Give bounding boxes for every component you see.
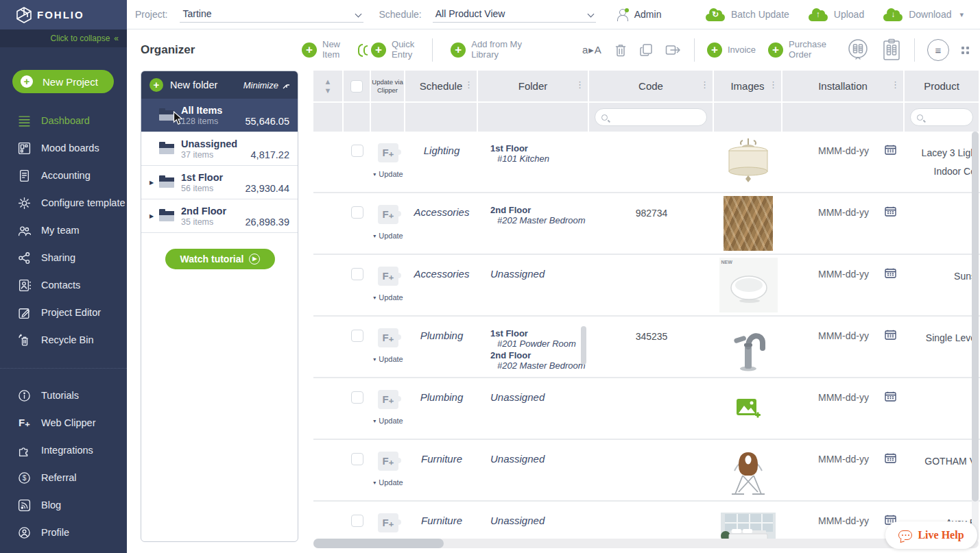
invoice-button[interactable]: + Invoice: [707, 42, 756, 58]
code-cell[interactable]: 982734: [589, 193, 714, 254]
code-search-field[interactable]: [595, 108, 707, 126]
sidebar-item-integrations[interactable]: Integrations: [0, 437, 127, 464]
folder-cell[interactable]: 2nd Floor #202 Master Bedroom: [478, 193, 589, 254]
sidebar-item-mood-boards[interactable]: Mood boards: [0, 134, 127, 162]
column-menu-icon[interactable]: ⋮: [464, 79, 473, 90]
row-checkbox[interactable]: [351, 515, 363, 527]
update-dropdown[interactable]: ▾Update: [373, 355, 403, 363]
expand-arrow-icon[interactable]: ▶: [150, 213, 158, 219]
row-checkbox[interactable]: [351, 145, 363, 157]
download-caret-icon[interactable]: ▾: [959, 10, 964, 19]
folder-cell[interactable]: Unassigned: [478, 255, 589, 315]
product-cell[interactable]: [905, 378, 980, 439]
product-image-faucet[interactable]: [728, 321, 768, 373]
product-cell[interactable]: Single Leve: [905, 317, 980, 377]
row-checkbox[interactable]: [351, 453, 363, 465]
new-item-button[interactable]: + NewItem: [302, 40, 340, 60]
schedule-cell[interactable]: Plumbing: [405, 317, 478, 377]
product-image-ceiling-light[interactable]: [720, 136, 776, 188]
product-image-bathtub[interactable]: NEW: [719, 258, 778, 312]
calendar-icon[interactable]: [885, 391, 896, 402]
schedule-cell[interactable]: Furniture: [405, 502, 478, 541]
folder-cell[interactable]: Unassigned: [478, 502, 589, 541]
text-size-icon[interactable]: a▸A: [582, 44, 602, 56]
calendar-icon[interactable]: [885, 453, 896, 463]
folder-row-all-items[interactable]: All Items 128 items 55,646.05: [141, 99, 298, 132]
installation-cell[interactable]: MMM-dd-yy: [782, 317, 905, 377]
purchase-order-button[interactable]: + PurchaseOrder: [768, 40, 826, 60]
update-dropdown[interactable]: ▾Update: [373, 232, 403, 240]
product-image-bedroom[interactable]: [721, 513, 776, 541]
folder-row-1st-floor[interactable]: ▶ 1st Floor 56 items 23,930.44: [141, 166, 298, 199]
sidebar-item-dashboard[interactable]: Dashboard: [0, 107, 127, 134]
web-clipper-icon[interactable]: F₊: [378, 143, 398, 162]
sidebar-item-my-team[interactable]: My team: [0, 217, 127, 244]
sidebar-item-project-editor[interactable]: Project Editor: [0, 299, 127, 326]
live-help-button[interactable]: Live Help: [885, 521, 977, 549]
web-clipper-icon[interactable]: F₊: [378, 328, 398, 347]
product-cell[interactable]: Lacey 3 LighIndoor Ce: [905, 132, 980, 192]
product-search-field[interactable]: [910, 108, 973, 126]
row-checkbox[interactable]: [351, 206, 363, 219]
column-menu-icon[interactable]: ⋮: [891, 79, 900, 90]
row-checkbox[interactable]: [351, 391, 363, 404]
folder-cell[interactable]: Unassigned: [478, 378, 589, 439]
folder-cell[interactable]: 1st Floor #101 Kitchen: [478, 132, 589, 192]
product-search-input[interactable]: [927, 112, 961, 122]
cell-scrollbar[interactable]: [581, 326, 586, 365]
list-view-icon[interactable]: ≡: [927, 39, 949, 61]
vertical-scrollbar[interactable]: [972, 132, 979, 541]
sidebar-item-tutorials[interactable]: Tutorials: [0, 382, 127, 409]
select-all-checkbox[interactable]: [350, 80, 363, 93]
sidebar-item-configure-template[interactable]: Configure template: [0, 189, 127, 217]
folder-row-2nd-floor[interactable]: ▶ 2nd Floor 35 items 26,898.39: [141, 199, 298, 233]
sidebar-item-referral[interactable]: $ Referral: [0, 464, 127, 491]
code-cell[interactable]: [589, 132, 714, 192]
product-cell[interactable]: GOTHAM V: [905, 440, 980, 500]
web-clipper-icon[interactable]: F₊: [378, 205, 398, 224]
calendar-icon[interactable]: [885, 268, 896, 278]
new-project-button[interactable]: + New Project: [12, 70, 114, 93]
code-cell[interactable]: 345235: [589, 317, 714, 377]
calendar-icon[interactable]: [885, 206, 896, 217]
minimize-button[interactable]: Minimize: [243, 80, 291, 90]
update-dropdown[interactable]: ▾Update: [373, 417, 403, 425]
sidebar-item-profile[interactable]: Profile: [0, 519, 127, 546]
installation-cell[interactable]: MMM-dd-yy: [782, 193, 905, 254]
installation-cell[interactable]: MMM-dd-yy: [782, 378, 905, 439]
update-dropdown[interactable]: ▾Update: [373, 478, 403, 487]
vertical-scrollbar-thumb[interactable]: [972, 132, 979, 502]
product-cell[interactable]: Suns: [905, 255, 980, 315]
code-cell[interactable]: [589, 378, 714, 439]
clipboard-report-icon[interactable]: [881, 38, 902, 62]
plus-icon[interactable]: +: [150, 78, 163, 92]
calendar-icon[interactable]: [885, 330, 896, 340]
web-clipper-icon[interactable]: F₊: [378, 267, 398, 286]
code-cell[interactable]: [589, 502, 714, 541]
web-clipper-icon[interactable]: F₊: [378, 513, 398, 532]
schedule-cell[interactable]: Furniture: [405, 440, 478, 500]
product-image-chair[interactable]: [726, 443, 770, 497]
collapse-sidebar-button[interactable]: Click to collapse «: [0, 29, 127, 47]
product-cell[interactable]: [905, 193, 980, 254]
code-search-input[interactable]: [612, 112, 675, 122]
schedule-cell[interactable]: Lighting: [405, 132, 478, 192]
copy-icon[interactable]: [639, 43, 653, 57]
batch-update-button[interactable]: ↻ Batch Update: [706, 8, 789, 21]
column-menu-icon[interactable]: ⋮: [769, 79, 778, 90]
sidebar-item-contacts[interactable]: Contacts: [0, 271, 127, 299]
admin-user-button[interactable]: Admin: [617, 8, 662, 21]
schedule-cell[interactable]: Accessories: [405, 193, 478, 254]
sidebar-item-web-clipper[interactable]: F₊ Web Clipper: [0, 409, 127, 437]
code-cell[interactable]: [589, 255, 714, 315]
row-checkbox[interactable]: [351, 268, 363, 280]
installation-cell[interactable]: MMM-dd-yy: [782, 440, 905, 500]
download-button[interactable]: ↓ Download: [883, 8, 951, 21]
web-clipper-icon[interactable]: F₊: [378, 390, 398, 409]
new-folder-button[interactable]: New folder: [170, 79, 217, 90]
add-from-library-button[interactable]: + Add from MyLibrary: [451, 40, 522, 60]
schedule-cell[interactable]: Accessories: [405, 255, 478, 315]
upload-button[interactable]: ↑ Upload: [809, 8, 864, 21]
folder-row-unassigned[interactable]: Unassigned 37 items 4,817.22: [141, 132, 298, 166]
sidebar-item-blog[interactable]: Blog: [0, 491, 127, 519]
